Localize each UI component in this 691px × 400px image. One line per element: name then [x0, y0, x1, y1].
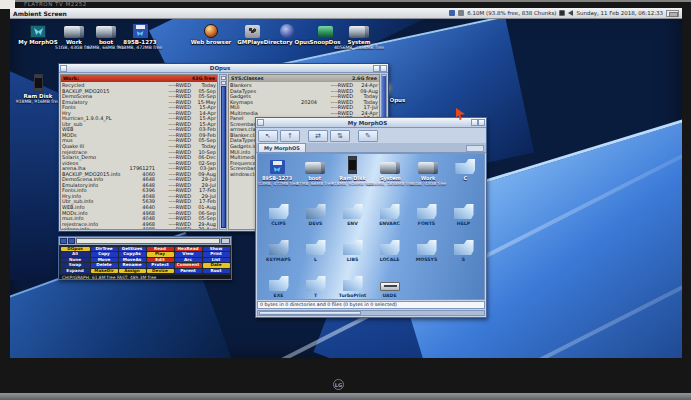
left-pane-path-bar[interactable]: Work: 43G free	[61, 75, 217, 82]
display-icon[interactable]	[559, 10, 565, 16]
bank-button-swap[interactable]: Swap	[61, 263, 90, 268]
bank-button-assign[interactable]: Assign	[119, 269, 146, 274]
bank-button-copy[interactable]: Copy	[91, 252, 118, 257]
scrollbar-thumb[interactable]	[259, 311, 361, 315]
right-pane-path-bar[interactable]: SYS:Classes 2.6G free	[229, 75, 379, 82]
folder-locale[interactable]: LOCALE	[371, 230, 408, 266]
command-input[interactable]	[76, 238, 220, 244]
desktop-icon-web-browser[interactable]: Web browser	[191, 22, 231, 45]
desktop-icon-895b-1273[interactable]: 895B-1273913MB, 472MB free	[120, 22, 160, 50]
bank-button-delete[interactable]: Delete	[91, 263, 118, 268]
drawer-icon	[269, 204, 289, 219]
command-ok-button[interactable]	[221, 238, 230, 244]
globe-icon	[204, 24, 218, 38]
bank-gadget-icon[interactable]	[60, 238, 67, 244]
bank-button-getsizes[interactable]: GetSizes	[119, 247, 146, 252]
bank-button-move[interactable]: Move	[91, 258, 118, 263]
folder-keymaps[interactable]: KEYMAPS	[260, 230, 297, 266]
file-row[interactable]: videos.info4988----RWED29-Aug	[62, 227, 216, 229]
folder-s[interactable]: S	[445, 230, 482, 266]
drive-boot[interactable]: boot87MB, 66MB free	[296, 156, 333, 186]
folder-l[interactable]: L	[297, 230, 334, 266]
folder-uade[interactable]: UADE	[371, 266, 408, 300]
desktop-icon-ram-disk[interactable]: Ram Disk918MB, 916MB free	[18, 76, 58, 104]
bank-button-date[interactable]: Date	[203, 263, 230, 268]
folder-help[interactable]: HELP	[445, 194, 482, 230]
tab-list-gadget[interactable]	[466, 145, 484, 152]
menubar-right: 6.10M (93.8% free, 838 Chunks) Sunday, 1…	[449, 10, 679, 17]
bank-button-read[interactable]: Read	[147, 247, 174, 252]
up-button[interactable]: ↑	[280, 130, 300, 142]
bank-button-copyas[interactable]: CopyAs	[119, 252, 146, 257]
bank-button-moveas[interactable]: MoveAs	[119, 258, 146, 263]
bank-button-arc[interactable]: Arc	[175, 258, 202, 263]
depth-icon[interactable]	[478, 119, 485, 126]
folder-mossys[interactable]: MOSSYS	[408, 230, 445, 266]
horizontal-scrollbar[interactable]	[257, 310, 485, 316]
tab-my-morphos[interactable]: My MorphOS	[258, 143, 306, 152]
bank-button-dirtree[interactable]: DirTree	[91, 247, 118, 252]
lister-center-scrollbar[interactable]	[219, 74, 227, 230]
bank-button-none[interactable]: None	[61, 258, 90, 263]
desktop-icon-directory-opus[interactable]: Directory Opus	[267, 22, 307, 45]
bank-button-rename[interactable]: Rename	[119, 263, 146, 268]
folder-devs[interactable]: DEVS	[297, 194, 334, 230]
close-icon[interactable]	[60, 65, 67, 72]
depth-icon[interactable]	[380, 65, 387, 72]
scroll-down-icon[interactable]	[221, 81, 226, 85]
bank-button-device[interactable]: Device	[147, 269, 174, 274]
bank-button-hexread[interactable]: HexRead	[175, 247, 202, 252]
bank-button-expand[interactable]: Expand	[61, 269, 90, 274]
screen-depth-icon[interactable]	[666, 10, 679, 17]
folder-turboprint[interactable]: TurboPrint	[334, 266, 371, 300]
drive-c[interactable]: C	[447, 156, 484, 186]
bank-button-parent[interactable]: Parent	[175, 269, 202, 274]
edit-button[interactable]: ✎	[358, 130, 378, 142]
bank-button-view[interactable]: View	[175, 252, 202, 257]
swap-horizontal-button[interactable]: ⇄	[308, 130, 328, 142]
bank-gadget-icon[interactable]	[68, 238, 75, 244]
bank-button-makedir[interactable]: MakeDir	[91, 269, 118, 274]
drive-system[interactable]: System4056MB, 2858MB free	[371, 156, 409, 186]
drive-895b-1273[interactable]: 895B-1273913MB, 472MB free	[258, 156, 296, 186]
close-icon[interactable]	[257, 119, 264, 126]
zoom-icon[interactable]	[471, 119, 478, 126]
bank-button-print[interactable]: Print	[203, 252, 230, 257]
scrollbar-thumb[interactable]	[221, 86, 226, 228]
folder-exe[interactable]: EXE	[260, 266, 297, 300]
dopus-button-bank[interactable]: DOpus AllNoneSwapExpand DirTreeGetSizesR…	[58, 236, 232, 280]
desktop-icon-system[interactable]: System4056MB, 2858MB free	[339, 22, 379, 50]
bank-button-list[interactable]: List	[203, 258, 230, 263]
bank-button-all[interactable]: All	[61, 252, 90, 257]
folder-env[interactable]: ENV	[334, 194, 371, 230]
swap-vertical-button[interactable]: ⇅	[330, 130, 350, 142]
bank-header: DOpus	[61, 247, 90, 252]
lister-left-pane[interactable]: Work: 43G free Recycled----RWEDTodayBACK…	[60, 74, 218, 230]
floppy-icon	[133, 24, 148, 38]
ambient-menubar[interactable]: Ambient Screen 6.10M (93.8% free, 838 Ch…	[10, 8, 682, 19]
bank-button-edit[interactable]: Edit	[147, 258, 174, 263]
lister-titlebar[interactable]: DOpus	[59, 64, 388, 73]
folder-clips[interactable]: CLIPS	[260, 194, 297, 230]
bank-button-protect[interactable]: Protect	[147, 263, 174, 268]
folder-envarc[interactable]: ENVARC	[371, 194, 408, 230]
zoom-icon[interactable]	[373, 65, 380, 72]
hdd-icon	[349, 26, 369, 38]
window-titlebar[interactable]: My MorphOS	[256, 118, 486, 128]
screen: Ambient Screen 6.10M (93.8% free, 838 Ch…	[10, 8, 682, 358]
drive-work[interactable]: Work51GB, 43GB free	[409, 156, 446, 186]
scroll-up-icon[interactable]	[221, 76, 226, 80]
bank-button-show[interactable]: Show	[203, 247, 230, 252]
bank-button-comment[interactable]: Comment	[175, 263, 202, 268]
parent-button[interactable]: ↖	[258, 130, 278, 142]
folder-fonts[interactable]: FONTS	[408, 194, 445, 230]
bank-button-root[interactable]: Root	[203, 269, 230, 274]
desktop-icon-my-morphos[interactable]: My MorphOS	[18, 22, 58, 45]
folder-t[interactable]: T	[297, 266, 334, 300]
folder-libs[interactable]: LIBS	[334, 230, 371, 266]
bank-button-play[interactable]: Play	[147, 252, 174, 257]
gm-icon	[245, 25, 260, 38]
my-morphos-window[interactable]: My MorphOS ↖↑⇄⇅✎ My MorphOS 895B-1273913…	[255, 117, 487, 318]
speaker-icon[interactable]	[568, 10, 573, 16]
window-content: 895B-1273913MB, 472MB freeboot87MB, 66MB…	[257, 153, 485, 300]
